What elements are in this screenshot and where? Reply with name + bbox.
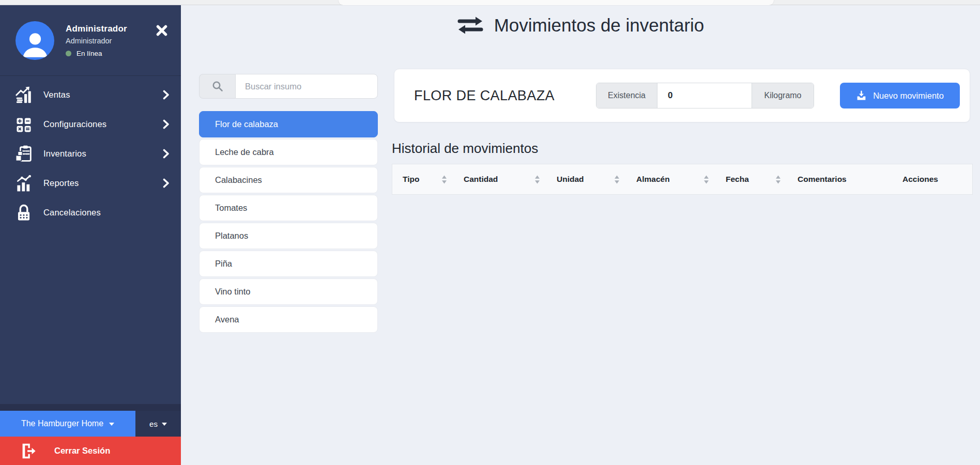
insumo-item-avena[interactable]: Avena [199, 306, 378, 333]
sidebar-item-label: Configuraciones [43, 119, 106, 129]
existence-input-group: Existencia Kilogramo [596, 83, 814, 109]
sidebar-item-cancelaciones[interactable]: Cancelaciones [0, 198, 181, 227]
logout-button[interactable]: Cerrar Sesión [0, 437, 181, 465]
insumo-item-flor-de-calabaza[interactable]: Flor de calabaza [199, 111, 378, 137]
column-header-label: Almacén [636, 175, 670, 184]
lock-icon [13, 203, 34, 223]
logout-label: Cerrar Sesión [54, 446, 110, 456]
column-header-acciones: Acciones [892, 164, 972, 194]
report-chart-icon [13, 173, 34, 194]
main-content: Movimientos de inventario Flor de calaba… [181, 5, 980, 465]
insumo-item-calabacines[interactable]: Calabacines [199, 167, 378, 193]
insumo-item-leche-de-cabra[interactable]: Leche de cabra [199, 139, 378, 165]
sort-icon [614, 175, 620, 184]
column-header-label: Cantidad [464, 175, 498, 184]
column-header-comentarios: Comentarios [787, 164, 892, 194]
sidebar-item-label: Cancelaciones [43, 208, 101, 218]
user-info: Administrador Administrador En línea [66, 24, 127, 57]
sidebar-footer: The Hamburger Home es Cerrar Sesión [0, 404, 181, 465]
insumo-item-label: Calabacines [215, 175, 262, 185]
column-header-cantidad[interactable]: Cantidad [453, 164, 546, 194]
existencia-label: Existencia [596, 83, 657, 108]
sidebar-item-label: Ventas [43, 90, 70, 100]
calculator-icon [13, 114, 34, 135]
insumo-item-label: Flor de calabaza [215, 119, 278, 129]
insumo-item-pina[interactable]: Piña [199, 251, 378, 277]
user-role: Administrador [66, 37, 127, 45]
column-header-label: Fecha [726, 175, 749, 184]
sidebar-item-label: Inventarios [43, 149, 86, 159]
hamburger-home-dropdown[interactable]: The Hamburger Home [0, 411, 135, 437]
avatar [16, 21, 54, 60]
chevron-right-icon [163, 149, 170, 159]
existencia-input[interactable] [657, 83, 752, 108]
inventory-clipboard-icon [13, 144, 34, 164]
close-icon[interactable] [155, 24, 169, 37]
person-icon [19, 28, 51, 60]
sales-chart-icon [13, 85, 34, 105]
sort-icon [441, 175, 447, 184]
insumo-item-label: Tomates [215, 203, 247, 213]
column-header-label: Unidad [557, 175, 584, 184]
sidebar-item-label: Reportes [43, 178, 79, 188]
column-header-almacen[interactable]: Almacén [626, 164, 715, 194]
chevron-down-icon [109, 423, 114, 426]
sort-icon [703, 175, 709, 184]
sidebar-item-inventarios[interactable]: Inventarios [0, 139, 181, 168]
user-status: En línea [66, 50, 127, 57]
insumo-item-label: Vino tinto [215, 287, 251, 297]
chevron-right-icon [163, 178, 170, 188]
column-header-label: Tipo [403, 175, 419, 184]
insumo-item-label: Platanos [215, 231, 248, 241]
insumo-item-tomates[interactable]: Tomates [199, 195, 378, 221]
insumo-panel: Flor de calabazaLeche de cabraCalabacine… [199, 74, 378, 334]
sort-icon [775, 175, 781, 184]
column-header-tipo[interactable]: Tipo [392, 164, 453, 194]
browser-strip-highlight [339, 0, 774, 5]
sidebar-item-configuraciones[interactable]: Configuraciones [0, 110, 181, 139]
insumo-item-platanos[interactable]: Platanos [199, 223, 378, 249]
insumo-item-label: Avena [215, 315, 239, 324]
column-header-label: Comentarios [798, 175, 847, 184]
sidebar-item-reportes[interactable]: Reportes [0, 168, 181, 198]
detail-panel: FLOR DE CALABAZA Existencia Kilogramo Nu… [394, 69, 970, 122]
sidebar-menu: VentasConfiguracionesInventariosReportes… [0, 76, 181, 227]
user-name: Administrador [66, 24, 127, 34]
hamburger-home-label: The Hamburger Home [21, 419, 103, 428]
chevron-down-icon [162, 423, 167, 426]
chevron-right-icon [163, 119, 170, 129]
language-dropdown[interactable]: es [135, 411, 181, 437]
insumo-item-vino-tinto[interactable]: Vino tinto [199, 278, 378, 305]
insumo-item-label: Leche de cabra [215, 147, 274, 157]
insumo-list: Flor de calabazaLeche de cabraCalabacine… [199, 111, 378, 333]
page-title-text: Movimientos de inventario [494, 15, 705, 36]
user-status-label: En línea [76, 50, 102, 57]
user-panel: Administrador Administrador En línea [0, 5, 181, 76]
sort-icon [534, 175, 540, 184]
column-header-fecha[interactable]: Fecha [715, 164, 787, 194]
browser-top-strip [0, 0, 980, 5]
insumo-item-label: Piña [215, 259, 232, 269]
unit-label: Kilogramo [752, 83, 814, 108]
column-header-label: Acciones [902, 175, 938, 184]
detail-card: FLOR DE CALABAZA Existencia Kilogramo Nu… [394, 69, 970, 122]
insumo-title: FLOR DE CALABAZA [414, 88, 555, 104]
history-title: Historial de movimientos [392, 141, 538, 157]
new-movement-label: Nuevo movimiento [873, 91, 944, 101]
download-icon [856, 90, 867, 101]
sidebar-item-ventas[interactable]: Ventas [0, 80, 181, 110]
exchange-arrows-icon [457, 14, 484, 36]
search-input[interactable] [235, 74, 378, 99]
search-icon [199, 74, 235, 99]
search-group [199, 74, 378, 99]
sign-out-icon [19, 442, 37, 460]
online-dot-icon [66, 51, 71, 56]
language-label: es [149, 420, 158, 428]
sidebar: Administrador Administrador En línea Ven… [0, 5, 181, 465]
footer-shadow [0, 404, 181, 411]
page-title: Movimientos de inventario [181, 14, 980, 36]
column-header-unidad[interactable]: Unidad [546, 164, 626, 194]
chevron-right-icon [163, 90, 170, 100]
table-header: TipoCantidadUnidadAlmacénFechaComentario… [392, 164, 973, 195]
new-movement-button[interactable]: Nuevo movimiento [840, 83, 960, 109]
